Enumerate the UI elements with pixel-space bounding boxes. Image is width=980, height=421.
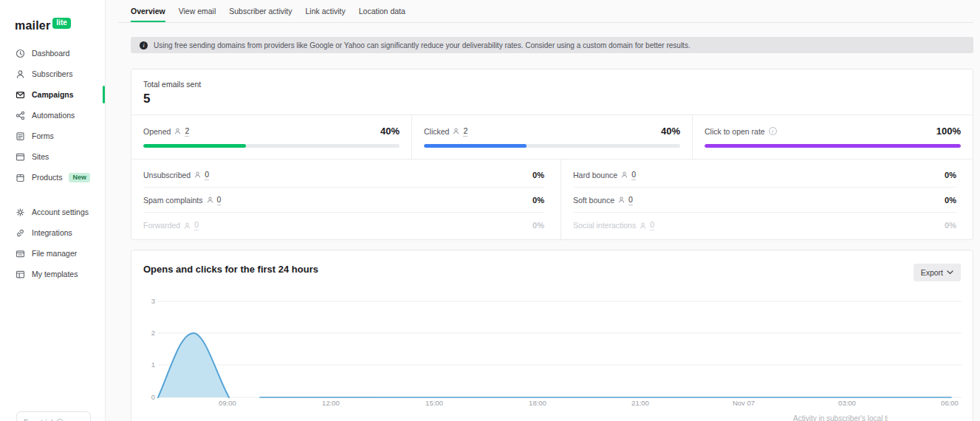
- sidebar-item-label: File manager: [32, 249, 77, 258]
- hard-bounce-count[interactable]: 0: [631, 170, 636, 180]
- chart-footnote: Activity in subscriber's local time: [793, 414, 888, 421]
- logo-badge: lite: [52, 18, 70, 29]
- tab-overview[interactable]: Overview: [131, 0, 165, 22]
- opened-count[interactable]: 2: [185, 126, 189, 137]
- subscriber-icon: [453, 128, 459, 134]
- spam-complaints-percent: 0%: [532, 196, 544, 205]
- subscriber-icon: [194, 171, 201, 178]
- sidebar-item-file-manager[interactable]: File manager: [0, 243, 105, 264]
- click-to-open-stat: Click to open rate i 100%: [692, 115, 973, 159]
- branch-icon: [16, 111, 25, 120]
- x-tick: 21:00: [618, 399, 662, 407]
- opened-progress-track: [143, 144, 400, 148]
- tab-link-activity[interactable]: Link activity: [305, 0, 345, 22]
- detail-stats: Unsubscribed 0 0% Spam complaints 0 0%: [131, 160, 973, 241]
- social-interactions-label: Social interactions: [573, 221, 636, 230]
- chart-canvas: [131, 250, 974, 420]
- info-icon[interactable]: i: [769, 127, 777, 135]
- soft-bounce-label: Soft bounce: [573, 196, 614, 205]
- detail-col-left: Unsubscribed 0 0% Spam complaints 0 0%: [131, 160, 561, 241]
- sidebar-item-automations[interactable]: Automations: [0, 105, 105, 126]
- sidebar-item-label: Sites: [32, 152, 49, 161]
- primary-nav: Dashboard Subscribers Campaigns Automati…: [0, 43, 105, 188]
- tab-subscriber-activity[interactable]: Subscriber activity: [229, 0, 292, 22]
- rate-bars: Opened 2 40% Clicked: [131, 115, 973, 160]
- spam-complaints-count[interactable]: 0: [217, 195, 222, 205]
- social-interactions-count: 0: [650, 220, 654, 230]
- sidebar: mailer lite Dashboard Subscribers Campai…: [0, 0, 106, 421]
- y-tick: 0: [139, 393, 155, 401]
- sidebar-item-products[interactable]: Products New: [0, 167, 105, 188]
- mailerlite-logo[interactable]: mailer lite: [15, 19, 71, 32]
- hard-bounce-percent: 0%: [945, 171, 956, 179]
- tab-view-email[interactable]: View email: [179, 0, 216, 22]
- opened-progress-fill: [143, 144, 246, 148]
- main-content: Overview View email Subscriber activity …: [106, 0, 980, 421]
- detail-col-right: Hard bounce 0 0% Soft bounce 0 0%: [561, 160, 973, 241]
- soft-bounce-row: Soft bounce 0 0%: [573, 188, 956, 213]
- sidebar-item-label: Dashboard: [32, 49, 69, 58]
- x-tick: 09:00: [205, 399, 250, 407]
- total-emails-value: 5: [143, 92, 961, 106]
- y-tick: 2: [139, 329, 155, 337]
- sidebar-item-label: My templates: [32, 270, 78, 278]
- social-interactions-percent: 0%: [945, 221, 956, 230]
- sidebar-item-label: Campaigns: [32, 90, 74, 99]
- soft-bounce-count[interactable]: 0: [628, 195, 633, 205]
- unsubscribed-count[interactable]: 0: [205, 170, 209, 180]
- opens-clicks-chart-card: Opens and clicks for the first 24 hours …: [131, 250, 973, 421]
- x-tick: 18:00: [515, 399, 560, 407]
- sidebar-item-campaigns[interactable]: Campaigns: [0, 84, 105, 105]
- link-icon: [16, 228, 25, 238]
- secondary-nav: Account settings Integrations File manag…: [0, 202, 105, 284]
- sidebar-item-sites[interactable]: Sites: [0, 146, 105, 167]
- clicked-stat: Clicked 2 40%: [411, 115, 692, 159]
- subscriber-icon: [184, 222, 191, 229]
- opened-stat: Opened 2 40%: [131, 115, 411, 159]
- x-tick: 12:00: [309, 399, 353, 407]
- sidebar-item-integrations[interactable]: Integrations: [0, 222, 105, 243]
- clicked-count[interactable]: 2: [463, 126, 467, 137]
- opens-clicks-chart: 3 2 1 0 09:00 12:00 15:00: [131, 250, 974, 421]
- info-icon: i: [140, 41, 148, 49]
- clock-icon: [16, 49, 25, 58]
- forwarded-percent: 0%: [532, 221, 544, 230]
- click-to-open-progress-fill: [705, 144, 961, 148]
- sidebar-item-account-settings[interactable]: Account settings: [0, 202, 105, 222]
- forwarded-label: Forwarded: [143, 221, 180, 230]
- tab-location-data[interactable]: Location data: [359, 0, 405, 22]
- unsubscribed-label: Unsubscribed: [143, 171, 191, 179]
- person-icon: [16, 69, 25, 79]
- clicked-label: Clicked: [424, 127, 449, 136]
- sidebar-item-forms[interactable]: Forms: [0, 126, 105, 146]
- social-interactions-row: Social interactions 0 0%: [573, 213, 956, 238]
- x-tick: 03:00: [825, 399, 869, 407]
- new-badge: New: [69, 173, 90, 182]
- sidebar-item-subscribers[interactable]: Subscribers: [0, 64, 105, 84]
- total-emails-section: Total emails sent 5: [131, 69, 973, 115]
- form-icon: [16, 131, 25, 141]
- x-tick: 15:00: [412, 399, 456, 407]
- click-to-open-label: Click to open rate: [705, 127, 765, 136]
- click-to-open-percent: 100%: [936, 126, 961, 137]
- subscriber-icon: [618, 196, 625, 203]
- sidebar-item-my-templates[interactable]: My templates: [0, 264, 105, 284]
- forwarded-count: 0: [194, 220, 199, 230]
- forwarded-row: Forwarded 0 0%: [143, 213, 544, 238]
- unsubscribed-percent: 0%: [532, 171, 544, 179]
- deliverability-banner: i Using free sending domains from provid…: [131, 37, 973, 53]
- logo-word: mailer: [15, 19, 50, 32]
- free-trial-box[interactable]: Free trial i: [16, 411, 91, 421]
- sidebar-item-dashboard[interactable]: Dashboard: [0, 43, 105, 64]
- mailerlite-campaign-overview: mailer lite Dashboard Subscribers Campai…: [0, 0, 980, 421]
- layout-icon: [16, 270, 25, 279]
- campaign-tabs: Overview View email Subscriber activity …: [118, 0, 973, 23]
- subscriber-icon: [640, 222, 646, 229]
- sidebar-item-label: Subscribers: [32, 69, 72, 78]
- clicked-progress-fill: [424, 144, 527, 148]
- clicked-percent: 40%: [661, 126, 680, 137]
- clicked-progress-track: [424, 144, 680, 148]
- subscriber-icon: [207, 196, 213, 203]
- sidebar-item-label: Account settings: [32, 208, 89, 216]
- sidebar-item-label: Forms: [32, 131, 54, 140]
